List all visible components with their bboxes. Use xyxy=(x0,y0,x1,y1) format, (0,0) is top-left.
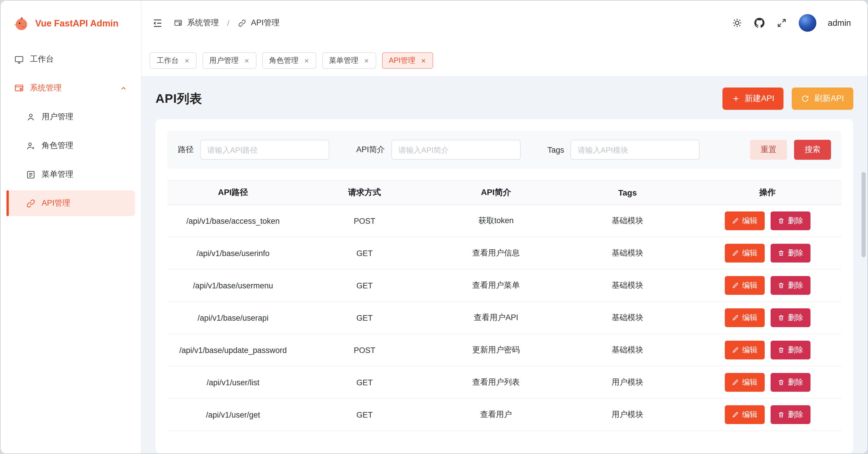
edit-button-label: 编辑 xyxy=(742,248,757,258)
delete-button-label: 删除 xyxy=(788,377,803,388)
delete-button[interactable]: 删除 xyxy=(770,405,810,424)
edit-button-label: 编辑 xyxy=(742,216,757,226)
vertical-scrollbar-thumb[interactable] xyxy=(862,172,866,257)
edit-button[interactable]: 编辑 xyxy=(724,211,765,230)
refresh-api-button[interactable]: 刷新API xyxy=(792,87,853,110)
app-title: Vue FastAPI Admin xyxy=(35,18,119,29)
edit-button[interactable]: 编辑 xyxy=(724,276,765,295)
col-header-tags: Tags xyxy=(562,188,693,197)
tag-label: 角色管理 xyxy=(269,56,299,65)
fullscreen-icon[interactable] xyxy=(776,18,787,28)
edit-button[interactable]: 编辑 xyxy=(724,244,765,262)
edit-button[interactable]: 编辑 xyxy=(724,373,765,392)
breadcrumb-label: API管理 xyxy=(251,18,280,28)
tags-filter-input[interactable] xyxy=(571,140,700,160)
tag-chip[interactable]: 角色管理 xyxy=(262,52,316,69)
cell-api-path: /api/v1/base/userapi xyxy=(167,313,299,322)
edit-button[interactable]: 编辑 xyxy=(724,405,765,424)
page-header: API列表 新建API 刷新API xyxy=(142,76,867,119)
cell-api-path: /api/v1/base/usermenu xyxy=(167,281,299,290)
reset-button[interactable]: 重置 xyxy=(750,140,787,160)
trash-icon xyxy=(777,379,784,386)
path-filter-input[interactable] xyxy=(200,140,329,160)
cell-actions: 编辑 删除 xyxy=(693,276,842,295)
sidebar-item-menu-management[interactable]: 菜单管理 xyxy=(6,162,135,187)
edit-button[interactable]: 编辑 xyxy=(724,308,765,327)
table-row: /api/v1/base/userinfo GET 查看用户信息 基础模块 编辑… xyxy=(167,237,842,269)
edit-button-label: 编辑 xyxy=(742,409,757,420)
col-header-summary: API简介 xyxy=(430,187,562,198)
tag-label: 工作台 xyxy=(157,56,179,65)
breadcrumb-item-api[interactable]: API管理 xyxy=(238,18,280,28)
delete-button[interactable]: 删除 xyxy=(770,276,810,295)
close-icon[interactable] xyxy=(244,58,249,63)
col-header-actions: 操作 xyxy=(693,187,842,198)
user-avatar[interactable] xyxy=(799,14,816,32)
tag-label: 用户管理 xyxy=(209,56,239,65)
summary-filter-input[interactable] xyxy=(392,140,521,160)
menu-fold-icon[interactable] xyxy=(152,17,163,28)
github-icon[interactable] xyxy=(754,18,765,28)
filter-bar: 路径 API简介 Tags 重置 搜索 xyxy=(167,131,842,169)
page-title: API列表 xyxy=(156,90,202,107)
col-header-method: 请求方式 xyxy=(299,187,430,198)
window-gear-icon xyxy=(174,19,183,27)
sidebar-item-role-management[interactable]: 角色管理 xyxy=(6,133,135,159)
cell-actions: 编辑 删除 xyxy=(693,244,842,262)
new-api-button[interactable]: 新建API xyxy=(722,87,784,110)
breadcrumb-item-system[interactable]: 系统管理 xyxy=(174,18,219,28)
delete-button[interactable]: 删除 xyxy=(770,211,810,230)
cell-method: POST xyxy=(299,346,430,354)
table-row: /api/v1/base/usermenu GET 查看用户菜单 基础模块 编辑… xyxy=(167,269,842,302)
sidebar-item-label: 角色管理 xyxy=(42,140,73,151)
cell-tags: 基础模块 xyxy=(562,216,693,226)
cell-api-path: /api/v1/user/list xyxy=(167,378,299,387)
cell-actions: 编辑 删除 xyxy=(693,211,842,230)
api-link-icon xyxy=(238,19,246,27)
tag-chip[interactable]: 工作台 xyxy=(150,52,196,69)
sidebar-item-user-management[interactable]: 用户管理 xyxy=(6,104,135,130)
refresh-api-label: 刷新API xyxy=(814,93,844,104)
tag-chip[interactable]: 用户管理 xyxy=(202,52,256,69)
sidebar-item-system[interactable]: 系统管理 xyxy=(6,75,135,101)
sidebar-item-label: API管理 xyxy=(42,198,70,208)
delete-button[interactable]: 删除 xyxy=(770,244,810,262)
table-row: /api/v1/base/userapi GET 查看用户API 基础模块 编辑… xyxy=(167,302,842,334)
cell-actions: 编辑 删除 xyxy=(693,341,842,360)
api-table-header: API路径 请求方式 API简介 Tags 操作 xyxy=(167,180,842,205)
cell-method: GET xyxy=(299,249,430,258)
cell-tags: 基础模块 xyxy=(562,248,693,258)
tag-chip[interactable]: API管理 xyxy=(382,52,433,69)
sidebar-menu: 工作台 系统管理 用户管理 xyxy=(1,47,141,216)
theme-sun-icon[interactable] xyxy=(732,18,742,28)
cell-tags: 用户模块 xyxy=(562,409,693,420)
cell-method: GET xyxy=(299,378,430,387)
cell-summary: 更新用户密码 xyxy=(430,345,562,355)
cell-actions: 编辑 删除 xyxy=(693,373,842,392)
edit-button[interactable]: 编辑 xyxy=(724,341,765,360)
close-icon[interactable] xyxy=(304,58,309,63)
cell-method: GET xyxy=(299,281,430,290)
sidebar-item-label: 用户管理 xyxy=(42,112,73,122)
search-button[interactable]: 搜索 xyxy=(794,140,831,160)
delete-button[interactable]: 删除 xyxy=(770,308,810,327)
cell-summary: 获取token xyxy=(430,216,562,226)
tag-chip[interactable]: 菜单管理 xyxy=(322,52,376,69)
close-icon[interactable] xyxy=(421,58,426,63)
pencil-icon xyxy=(732,217,739,224)
sidebar-item-api-management[interactable]: API管理 xyxy=(6,190,135,216)
delete-button[interactable]: 删除 xyxy=(770,373,810,392)
close-icon[interactable] xyxy=(364,58,369,63)
cell-actions: 编辑 删除 xyxy=(693,308,842,327)
cell-api-path: /api/v1/base/update_password xyxy=(167,346,299,354)
sidebar-item-workbench[interactable]: 工作台 xyxy=(6,47,135,72)
main-area: 系统管理 / API管理 xyxy=(142,1,867,453)
pencil-icon xyxy=(732,411,739,418)
app-logo[interactable]: Vue FastAPI Admin xyxy=(1,1,141,47)
username[interactable]: admin xyxy=(828,18,851,28)
edit-button-label: 编辑 xyxy=(742,345,757,355)
sidebar-item-label: 工作台 xyxy=(30,54,54,65)
delete-button[interactable]: 删除 xyxy=(770,341,810,360)
api-list-card: 路径 API简介 Tags 重置 搜索 xyxy=(156,119,853,453)
close-icon[interactable] xyxy=(184,58,189,63)
